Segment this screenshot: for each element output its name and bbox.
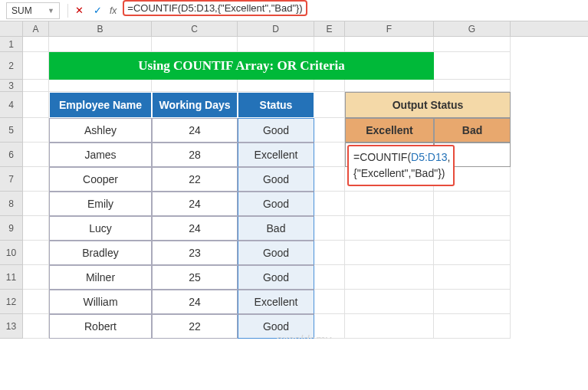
cell[interactable] [49,37,152,52]
fx-icon[interactable]: fx [110,5,117,16]
data-status[interactable]: Bad [238,216,314,241]
cell[interactable] [314,167,345,192]
data-name[interactable]: James [49,143,152,167]
cell[interactable] [314,314,345,339]
cell[interactable] [434,52,511,80]
cell[interactable] [23,241,49,265]
cell[interactable] [434,37,511,52]
data-status[interactable]: Good [238,118,314,143]
cell[interactable] [345,241,434,265]
formula-input[interactable]: =COUNTIF(D5:D13,{"Excellent","Bad"}) [120,2,588,19]
row-header-8[interactable]: 8 [0,192,23,216]
cell[interactable] [345,80,434,92]
cell[interactable] [345,314,434,339]
header-days[interactable]: Working Days [152,92,238,118]
output-header[interactable]: Output Status [345,92,511,118]
data-name[interactable]: Ashley [49,118,152,143]
cell[interactable] [434,290,511,314]
cell[interactable] [314,143,345,167]
data-name[interactable]: Cooper [49,167,152,192]
data-status[interactable]: Good [238,167,314,192]
row-header-12[interactable]: 12 [0,290,23,314]
data-status[interactable]: Good [238,192,314,216]
cell[interactable] [152,80,238,92]
data-status[interactable]: Good [238,241,314,265]
cell[interactable] [23,265,49,290]
select-all-corner[interactable] [0,21,23,36]
cell[interactable] [345,192,434,216]
cell[interactable] [314,80,345,92]
name-box[interactable]: SUM ▼ [6,2,60,19]
col-header-F[interactable]: F [345,21,434,36]
data-days[interactable]: 24 [152,290,238,314]
cell[interactable] [238,80,314,92]
data-days[interactable]: 28 [152,143,238,167]
cell[interactable] [23,52,49,80]
cell[interactable] [238,37,314,52]
title-banner[interactable]: Using COUNTIF Array: OR Criteria [49,52,434,80]
row-header-9[interactable]: 9 [0,216,23,241]
row-header-6[interactable]: 6 [0,143,23,167]
cell[interactable] [23,290,49,314]
row-header-3[interactable]: 3 [0,80,23,92]
data-status[interactable]: Good [238,265,314,290]
data-days[interactable]: 24 [152,118,238,143]
data-name[interactable]: William [49,290,152,314]
data-name[interactable]: Emily [49,192,152,216]
col-header-C[interactable]: C [152,21,238,36]
output-col1[interactable]: Excellent [345,118,434,143]
data-days[interactable]: 23 [152,241,238,265]
col-header-A[interactable]: A [23,21,49,36]
cell[interactable] [23,167,49,192]
data-status[interactable]: Excellent [238,143,314,167]
cell[interactable] [23,143,49,167]
cell[interactable] [152,37,238,52]
col-header-E[interactable]: E [314,21,345,36]
cell[interactable] [434,314,511,339]
cell[interactable] [23,192,49,216]
data-name[interactable]: Bradley [49,241,152,265]
data-days[interactable]: 24 [152,192,238,216]
row-header-7[interactable]: 7 [0,167,23,192]
chevron-down-icon[interactable]: ▼ [48,7,54,15]
col-header-G[interactable]: G [434,21,511,36]
cell[interactable] [23,216,49,241]
cell[interactable] [23,92,49,118]
cell[interactable] [314,37,345,52]
cell[interactable] [345,37,434,52]
row-header-13[interactable]: 13 [0,314,23,339]
cell[interactable] [434,241,511,265]
data-days[interactable]: 22 [152,314,238,339]
cell[interactable] [314,118,345,143]
cell[interactable] [434,265,511,290]
data-days[interactable]: 24 [152,216,238,241]
row-header-4[interactable]: 4 [0,92,23,118]
cell[interactable] [345,216,434,241]
row-header-10[interactable]: 10 [0,241,23,265]
data-days[interactable]: 22 [152,167,238,192]
row-header-1[interactable]: 1 [0,37,23,52]
cell[interactable] [314,216,345,241]
data-status[interactable]: Good [238,314,314,339]
row-header-11[interactable]: 11 [0,265,23,290]
header-status[interactable]: Status [238,92,314,118]
cell[interactable] [23,118,49,143]
cell[interactable] [49,80,152,92]
cell[interactable] [434,216,511,241]
cell[interactable] [314,265,345,290]
data-name[interactable]: Lucy [49,216,152,241]
cell[interactable] [434,80,511,92]
cell[interactable] [314,92,345,118]
row-header-5[interactable]: 5 [0,118,23,143]
cell[interactable] [23,37,49,52]
output-col2[interactable]: Bad [434,118,511,143]
data-status[interactable]: Excellent [238,290,314,314]
active-cell[interactable]: =COUNTIF(D5:D13,{"Excellent","Bad"}) [345,143,434,167]
header-employee[interactable]: Employee Name [49,92,152,118]
cell[interactable] [23,314,49,339]
data-name[interactable]: Robert [49,314,152,339]
col-header-D[interactable]: D [238,21,314,36]
cell[interactable] [314,192,345,216]
cancel-icon[interactable]: ✕ [70,2,88,19]
data-name[interactable]: Milner [49,265,152,290]
